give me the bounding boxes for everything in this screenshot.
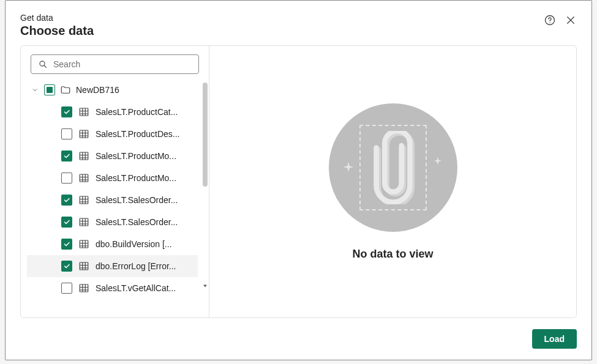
item-checkbox[interactable] xyxy=(61,106,72,117)
dialog-subtitle: Get data xyxy=(20,13,94,23)
table-icon xyxy=(78,239,89,250)
root-checkbox[interactable] xyxy=(44,84,55,95)
folder-icon xyxy=(60,84,71,95)
dialog-titles: Get data Choose data xyxy=(20,13,94,38)
item-label: SalesLT.ProductMo... xyxy=(96,151,195,161)
root-label: NewDB716 xyxy=(76,85,119,95)
navigator-pane: NewDB716 SalesLT.ProductCat... SalesLT.P… xyxy=(21,46,209,318)
dialog-header: Get data Choose data xyxy=(6,1,591,45)
item-checkbox[interactable] xyxy=(61,217,72,228)
help-icon[interactable] xyxy=(544,14,556,26)
table-icon xyxy=(78,173,89,184)
dialog-footer: Load xyxy=(6,318,591,360)
item-label: SalesLT.ProductCat... xyxy=(96,107,195,117)
table-icon xyxy=(78,217,89,228)
search-icon xyxy=(37,59,48,70)
item-label: SalesLT.ProductDes... xyxy=(96,129,195,139)
svg-rect-9 xyxy=(80,240,88,248)
table-icon xyxy=(78,195,89,206)
svg-rect-3 xyxy=(80,108,88,116)
tree-item[interactable]: SalesLT.SalesOrder... xyxy=(27,211,198,233)
paperclip-icon xyxy=(371,131,415,204)
tree-item[interactable]: SalesLT.ProductMo... xyxy=(27,145,198,167)
tree-item[interactable]: SalesLT.ProductCat... xyxy=(27,101,198,123)
load-button[interactable]: Load xyxy=(532,329,577,349)
tree-item[interactable]: SalesLT.SalesOrder... xyxy=(27,189,198,211)
svg-rect-6 xyxy=(80,174,88,182)
tree-items: SalesLT.ProductCat... SalesLT.ProductDes… xyxy=(27,101,198,299)
svg-point-1 xyxy=(549,23,550,23)
item-label: SalesLT.ProductMo... xyxy=(96,173,195,183)
item-label: dbo.BuildVersion [... xyxy=(96,239,195,249)
table-icon xyxy=(78,106,89,117)
empty-message: No data to view xyxy=(352,248,433,261)
tree-item[interactable]: SalesLT.vGetAllCat... xyxy=(27,277,198,299)
tree-item[interactable]: SalesLT.ProductMo... xyxy=(27,167,198,189)
item-checkbox[interactable] xyxy=(61,283,72,294)
item-checkbox[interactable] xyxy=(61,173,72,184)
scrollbar-thumb[interactable] xyxy=(203,83,208,187)
svg-rect-8 xyxy=(80,218,88,226)
svg-rect-10 xyxy=(80,262,88,270)
tree-root-row[interactable]: NewDB716 xyxy=(27,80,198,100)
item-label: dbo.ErrorLog [Error... xyxy=(96,261,195,271)
item-checkbox[interactable] xyxy=(61,239,72,250)
table-icon xyxy=(78,128,89,139)
item-checkbox[interactable] xyxy=(61,128,72,139)
svg-rect-4 xyxy=(80,130,88,138)
item-label: SalesLT.vGetAllCat... xyxy=(96,283,195,293)
search-input[interactable] xyxy=(53,59,192,69)
svg-rect-7 xyxy=(80,196,88,204)
table-icon xyxy=(78,261,89,272)
preview-pane: No data to view xyxy=(209,46,576,318)
dialog-content: NewDB716 SalesLT.ProductCat... SalesLT.P… xyxy=(20,45,577,318)
scroll-down-icon[interactable] xyxy=(201,281,209,288)
chevron-down-icon[interactable] xyxy=(31,86,39,94)
search-wrap xyxy=(21,54,209,80)
tree-item[interactable]: dbo.BuildVersion [... xyxy=(27,233,198,255)
item-checkbox[interactable] xyxy=(61,195,72,206)
empty-illustration xyxy=(329,103,457,232)
object-tree: NewDB716 SalesLT.ProductCat... SalesLT.P… xyxy=(21,80,209,313)
sparkle-icon xyxy=(433,156,443,168)
close-icon[interactable] xyxy=(565,14,577,26)
sparkle-icon xyxy=(342,161,355,176)
search-field[interactable] xyxy=(31,54,199,74)
item-checkbox[interactable] xyxy=(61,261,72,272)
tree-item[interactable]: SalesLT.ProductDes... xyxy=(27,123,198,145)
dialog-title: Choose data xyxy=(20,24,94,38)
choose-data-dialog: Get data Choose data xyxy=(5,0,592,360)
svg-rect-11 xyxy=(80,284,88,292)
item-checkbox[interactable] xyxy=(61,150,72,162)
header-actions xyxy=(544,14,577,26)
item-label: SalesLT.SalesOrder... xyxy=(96,195,195,205)
table-icon xyxy=(78,150,89,162)
table-icon xyxy=(78,283,89,294)
tree-item[interactable]: dbo.ErrorLog [Error... xyxy=(27,255,198,277)
item-label: SalesLT.SalesOrder... xyxy=(96,217,195,227)
svg-rect-5 xyxy=(80,152,88,160)
